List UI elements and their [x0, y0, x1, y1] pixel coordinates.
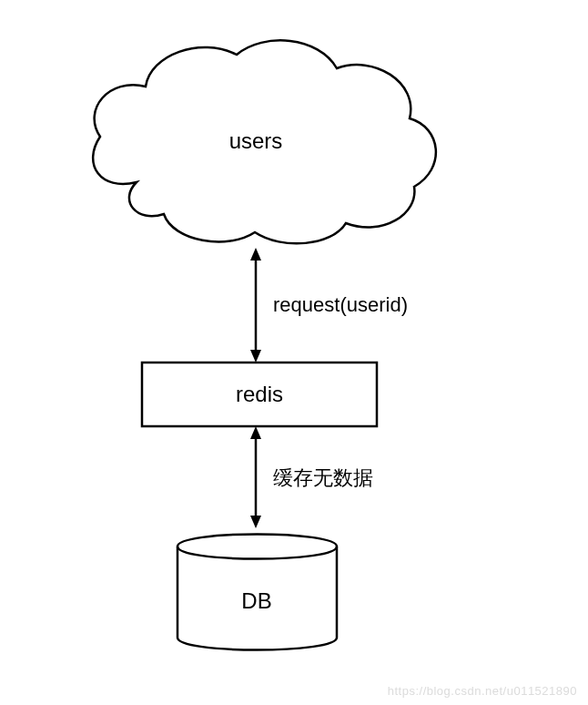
request-label: request(userid) — [273, 293, 408, 317]
arrow-users-redis-head-down — [250, 350, 261, 363]
arrow-redis-db-head-down — [250, 516, 261, 528]
arrow-redis-db-head-up — [250, 426, 261, 439]
arrow-users-redis-head-up — [250, 248, 261, 261]
redis-label: redis — [236, 382, 283, 407]
users-label: users — [229, 128, 283, 154]
db-shape-top — [177, 547, 337, 559]
cache-miss-label: 缓存无数据 — [273, 465, 373, 492]
architecture-diagram: users request(userid) redis 缓存无数据 DB htt… — [0, 0, 588, 705]
diagram-svg — [0, 0, 588, 705]
watermark-text: https://blog.csdn.net/u011521890 — [388, 684, 577, 698]
db-label: DB — [241, 588, 271, 614]
